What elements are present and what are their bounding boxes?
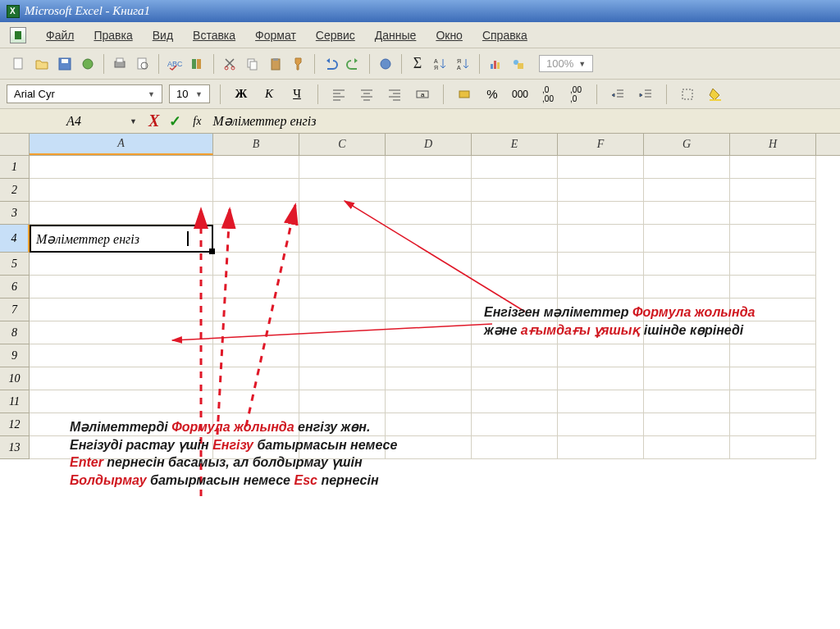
- cell-G9[interactable]: [644, 344, 730, 367]
- cell-F8[interactable]: [558, 321, 644, 344]
- sort-desc-button[interactable]: ЯА: [453, 53, 474, 75]
- row-head-2[interactable]: 2: [0, 179, 30, 202]
- paste-button[interactable]: [265, 53, 286, 75]
- cell-H9[interactable]: [730, 344, 816, 367]
- cell-F2[interactable]: [558, 179, 644, 202]
- cell-D7[interactable]: [386, 299, 472, 321]
- dec-indent-button[interactable]: [607, 84, 628, 105]
- bold-button[interactable]: Ж: [231, 84, 252, 105]
- cell-F5[interactable]: [558, 253, 644, 276]
- cell-C4[interactable]: [299, 225, 386, 253]
- cell-B4[interactable]: [213, 225, 299, 253]
- cell-C6[interactable]: [299, 276, 386, 299]
- row-head-13[interactable]: 13: [0, 436, 30, 459]
- cell-G2[interactable]: [644, 179, 730, 202]
- cell-B5[interactable]: [213, 253, 299, 276]
- cell-H12[interactable]: [730, 413, 816, 436]
- cell-B10[interactable]: [213, 367, 299, 390]
- cell-E10[interactable]: [472, 367, 558, 390]
- research-button[interactable]: [187, 53, 208, 75]
- cell-F12[interactable]: [558, 413, 644, 436]
- cell-A13[interactable]: [30, 436, 213, 459]
- cell-F6[interactable]: [558, 276, 644, 299]
- menu-format[interactable]: Формат: [247, 25, 304, 45]
- dec-decimal-button[interactable]: ,00,0: [565, 84, 587, 105]
- print-button[interactable]: [109, 53, 130, 75]
- cell-F7[interactable]: [558, 299, 644, 321]
- open-button[interactable]: [31, 53, 52, 75]
- cell-E6[interactable]: [472, 276, 558, 299]
- row-head-5[interactable]: 5: [0, 253, 30, 276]
- cell-D1[interactable]: [386, 156, 472, 179]
- comma-button[interactable]: 000: [509, 84, 531, 105]
- cell-G6[interactable]: [644, 276, 730, 299]
- row-head-11[interactable]: 11: [0, 390, 30, 413]
- hyperlink-button[interactable]: [375, 53, 396, 75]
- percent-button[interactable]: %: [482, 84, 503, 105]
- cell-B7[interactable]: [213, 299, 299, 321]
- cell-C13[interactable]: [299, 436, 386, 459]
- cell-C2[interactable]: [299, 179, 386, 202]
- cell-H4[interactable]: [730, 225, 816, 253]
- cut-button[interactable]: [219, 53, 240, 75]
- inc-indent-button[interactable]: [635, 84, 656, 105]
- cell-F11[interactable]: [558, 390, 644, 413]
- cell-C3[interactable]: [299, 202, 386, 225]
- cell-E3[interactable]: [472, 202, 558, 225]
- cell-F3[interactable]: [558, 202, 644, 225]
- align-left-button[interactable]: [328, 84, 349, 105]
- cell-C10[interactable]: [299, 367, 386, 390]
- cell-G10[interactable]: [644, 367, 730, 390]
- cell-B3[interactable]: [213, 202, 299, 225]
- cell-E2[interactable]: [472, 179, 558, 202]
- format-painter-button[interactable]: [288, 53, 309, 75]
- font-size-box[interactable]: 10▼: [169, 84, 210, 103]
- cell-C1[interactable]: [299, 156, 386, 179]
- cell-G8[interactable]: [644, 321, 730, 344]
- cell-G11[interactable]: [644, 390, 730, 413]
- col-head-D[interactable]: D: [386, 134, 472, 155]
- row-head-3[interactable]: 3: [0, 202, 30, 225]
- cell-D13[interactable]: [386, 436, 472, 459]
- cell-A12[interactable]: [30, 413, 213, 436]
- cell-G5[interactable]: [644, 253, 730, 276]
- cell-E7[interactable]: [472, 299, 558, 321]
- cell-E12[interactable]: [472, 413, 558, 436]
- col-head-C[interactable]: C: [299, 134, 386, 155]
- cell-H5[interactable]: [730, 253, 816, 276]
- cell-A7[interactable]: [30, 299, 213, 321]
- cell-E1[interactable]: [472, 156, 558, 179]
- cell-H13[interactable]: [730, 436, 816, 459]
- cell-C12[interactable]: [299, 413, 386, 436]
- cell-B2[interactable]: [213, 179, 299, 202]
- row-head-4[interactable]: 4: [0, 225, 30, 253]
- menu-insert[interactable]: Вставка: [185, 25, 244, 45]
- cell-E8[interactable]: [472, 321, 558, 344]
- cell-H8[interactable]: [730, 321, 816, 344]
- col-head-B[interactable]: B: [213, 134, 299, 155]
- undo-button[interactable]: [320, 53, 341, 75]
- cell-E4[interactable]: [472, 225, 558, 253]
- cell-C9[interactable]: [299, 344, 386, 367]
- app-icon[interactable]: [10, 27, 26, 43]
- cell-A3[interactable]: [30, 202, 213, 225]
- fx-button[interactable]: fx: [186, 115, 208, 128]
- cell-A1[interactable]: [30, 156, 213, 179]
- cell-A6[interactable]: [30, 276, 213, 299]
- merge-center-button[interactable]: a: [412, 84, 433, 105]
- cell-D3[interactable]: [386, 202, 472, 225]
- cell-reference[interactable]: A4: [25, 114, 123, 129]
- save-button[interactable]: [54, 53, 75, 75]
- menu-view[interactable]: Вид: [144, 25, 181, 45]
- menu-help[interactable]: Справка: [474, 25, 536, 45]
- preview-button[interactable]: [132, 53, 153, 75]
- cell-B11[interactable]: [213, 390, 299, 413]
- cell-B12[interactable]: [213, 413, 299, 436]
- cell-F1[interactable]: [558, 156, 644, 179]
- cell-H2[interactable]: [730, 179, 816, 202]
- menu-window[interactable]: Окно: [427, 25, 471, 45]
- spellcheck-button[interactable]: ABC: [164, 53, 185, 75]
- cell-F9[interactable]: [558, 344, 644, 367]
- sort-asc-button[interactable]: АЯ: [430, 53, 451, 75]
- row-head-8[interactable]: 8: [0, 321, 30, 344]
